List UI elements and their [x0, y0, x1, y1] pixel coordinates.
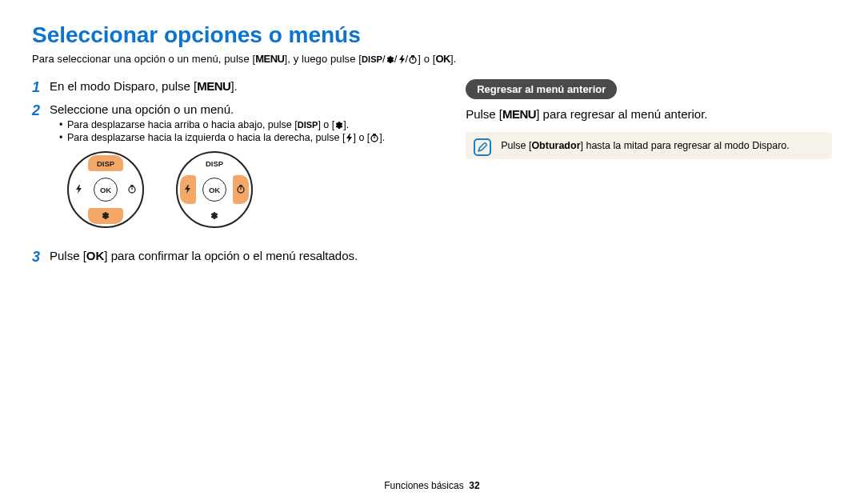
dial-timer-button — [233, 175, 249, 204]
flash-icon — [183, 184, 193, 195]
menu-label: MENU — [197, 79, 230, 93]
flower-icon — [386, 54, 394, 64]
ok-label: OK — [86, 249, 105, 262]
page-title: Seleccionar opciones o menús — [32, 22, 832, 48]
dial-disp-button: DISP — [88, 155, 123, 171]
dial-vertical: DISP OK — [67, 151, 144, 228]
dial-ok-button: OK — [94, 178, 118, 202]
page-number: 32 — [469, 480, 479, 491]
flower-icon — [334, 120, 343, 130]
list-item: Para desplazarse hacia la izquierda o ha… — [59, 132, 418, 143]
return-menu-text: Pulse [MENU] para regresar al menú anter… — [466, 107, 832, 121]
timer-icon — [236, 184, 246, 195]
flash-icon — [398, 54, 406, 64]
timer-icon — [408, 54, 418, 64]
left-column: 1 En el modo Disparo, pulse [MENU]. 2 Se… — [32, 79, 418, 272]
note-icon — [474, 138, 491, 156]
flower-icon — [101, 210, 111, 222]
step-3: 3 Pulse [OK] para confirmar la opción o … — [32, 249, 418, 266]
timer-icon — [370, 133, 379, 142]
flower-icon — [210, 210, 220, 222]
dial-macro-button — [88, 208, 123, 224]
dial-timer-button — [124, 175, 140, 204]
dial-horizontal: DISP OK — [176, 151, 253, 228]
step-2-bullets: Para desplazarse hacia arriba o hacia ab… — [50, 119, 418, 143]
pencil-icon — [477, 142, 488, 153]
dial-flash-button — [180, 175, 196, 204]
menu-label: MENU — [255, 53, 284, 65]
dial-flash-button — [71, 175, 87, 204]
step-1: 1 En el modo Disparo, pulse [MENU]. — [32, 79, 418, 96]
dial-diagrams: DISP OK DISP OK — [67, 151, 418, 228]
disp-label: DISP — [362, 54, 382, 64]
intro-text: Para seleccionar una opción o un menú, p… — [32, 53, 832, 65]
note-box: Pulse [Obturador] hasta la mitad para re… — [466, 132, 832, 159]
menu-label: MENU — [502, 107, 536, 121]
step-2: 2 Seleccione una opción o un menú. Para … — [32, 102, 418, 242]
ok-label: OK — [435, 53, 450, 65]
dial-ok-button: OK — [202, 178, 226, 202]
dial-disp-button: DISP — [197, 155, 232, 171]
shutter-label: Obturador — [531, 140, 580, 151]
flash-icon — [345, 133, 353, 142]
timer-icon — [127, 184, 138, 195]
page-footer: Funciones básicas 32 — [0, 480, 864, 491]
flash-icon — [74, 184, 84, 195]
dial-macro-button — [197, 208, 232, 224]
return-menu-heading: Regresar al menú anterior — [466, 79, 617, 99]
list-item: Para desplazarse hacia arriba o hacia ab… — [59, 119, 418, 130]
right-column: Regresar al menú anterior Pulse [MENU] p… — [466, 79, 832, 272]
disp-label: DISP — [298, 120, 318, 130]
